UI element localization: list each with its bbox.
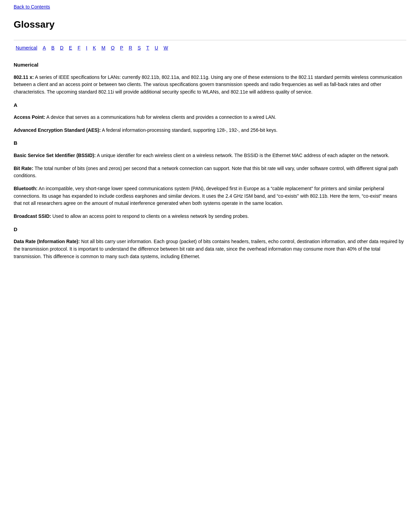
- nav-item-m[interactable]: M: [99, 44, 108, 52]
- nav-item-s[interactable]: S: [136, 44, 143, 52]
- section-header-d: D: [14, 226, 406, 234]
- page-title: Glossary: [14, 17, 406, 32]
- term-name: 802.11 x:: [14, 74, 34, 80]
- term-paragraph: Bit Rate: The total number of bits (ones…: [14, 165, 406, 180]
- term-block: Basic Service Set Identifier (BSSID): A …: [14, 152, 406, 159]
- nav-item-b[interactable]: B: [49, 44, 56, 52]
- term-paragraph: Access Point: A device that serves as a …: [14, 114, 406, 121]
- term-definition: A device that serves as a communications…: [45, 114, 276, 120]
- index-nav: NumericalABDEFIKMOPRSTUW: [14, 40, 406, 52]
- nav-item-k[interactable]: K: [91, 44, 98, 52]
- section-a: AAccess Point: A device that serves as a…: [14, 101, 406, 134]
- nav-item-r[interactable]: R: [127, 44, 134, 52]
- term-definition: An incompatible, very short-range lower …: [14, 186, 397, 206]
- term-block: Advanced Encryption Standard (AES): A fe…: [14, 127, 406, 134]
- term-name: Broadcast SSID:: [14, 213, 51, 219]
- nav-item-u[interactable]: U: [153, 44, 160, 52]
- nav-item-p[interactable]: P: [118, 44, 125, 52]
- term-name: Advanced Encryption Standard (AES):: [14, 127, 101, 133]
- term-paragraph: Broadcast SSID: Used to allow an access …: [14, 213, 406, 220]
- nav-item-d[interactable]: D: [58, 44, 66, 52]
- nav-item-e[interactable]: E: [67, 44, 74, 52]
- nav-item-a[interactable]: A: [41, 44, 48, 52]
- term-block: Broadcast SSID: Used to allow an access …: [14, 213, 406, 220]
- term-name: Bit Rate:: [14, 166, 33, 171]
- term-block: Bluetooth: An incompatible, very short-r…: [14, 185, 406, 207]
- content-area: Numerical802.11 x: A series of IEEE spec…: [14, 61, 406, 260]
- section-header-b: B: [14, 139, 406, 147]
- term-definition: A unique identifier for each wireless cl…: [96, 153, 389, 158]
- term-block: Access Point: A device that serves as a …: [14, 114, 406, 121]
- term-paragraph: Bluetooth: An incompatible, very short-r…: [14, 185, 406, 207]
- term-definition: A federal information-processing standar…: [101, 127, 278, 133]
- term-paragraph: 802.11 x: A series of IEEE specification…: [14, 74, 406, 96]
- back-to-contents-link[interactable]: Back to Contents: [14, 3, 50, 11]
- term-name: Basic Service Set Identifier (BSSID):: [14, 153, 96, 158]
- section-b: BBasic Service Set Identifier (BSSID): A…: [14, 139, 406, 220]
- term-name: Bluetooth:: [14, 186, 38, 191]
- term-definition: The total number of bits (ones and zeros…: [14, 166, 398, 179]
- term-paragraph: Advanced Encryption Standard (AES): A fe…: [14, 127, 406, 134]
- term-definition: A series of IEEE specifications for LANs…: [14, 74, 402, 95]
- section-d: DData Rate (Information Rate): Not all b…: [14, 226, 406, 261]
- nav-item-o[interactable]: O: [109, 44, 117, 52]
- nav-item-w[interactable]: W: [162, 44, 170, 52]
- section-numerical: Numerical802.11 x: A series of IEEE spec…: [14, 61, 406, 96]
- term-block: Data Rate (Information Rate): Not all bi…: [14, 238, 406, 260]
- term-block: 802.11 x: A series of IEEE specification…: [14, 74, 406, 96]
- term-paragraph: Basic Service Set Identifier (BSSID): A …: [14, 152, 406, 159]
- nav-item-f[interactable]: F: [75, 44, 83, 52]
- nav-item-i[interactable]: I: [84, 44, 89, 52]
- nav-item-t[interactable]: T: [144, 44, 151, 52]
- section-header-a: A: [14, 101, 406, 109]
- term-definition: Used to allow an access point to respond…: [51, 213, 249, 219]
- term-name: Data Rate (Information Rate):: [14, 239, 80, 244]
- nav-item-numerical[interactable]: Numerical: [14, 44, 39, 52]
- term-name: Access Point:: [14, 114, 45, 120]
- term-block: Bit Rate: The total number of bits (ones…: [14, 165, 406, 180]
- term-paragraph: Data Rate (Information Rate): Not all bi…: [14, 238, 406, 260]
- section-header-numerical: Numerical: [14, 61, 406, 69]
